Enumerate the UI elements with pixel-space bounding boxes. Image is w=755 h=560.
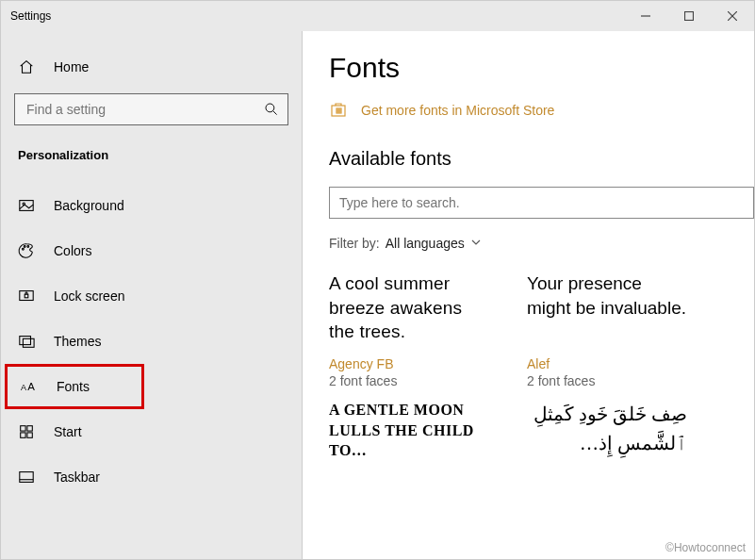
minimize-button[interactable] bbox=[624, 1, 667, 31]
svg-point-10 bbox=[27, 246, 29, 248]
font-name: Agency FB bbox=[329, 356, 489, 371]
close-button[interactable] bbox=[711, 1, 754, 31]
font-preview: A cool summer breeze awakens the trees. bbox=[329, 272, 489, 354]
maximize-button[interactable] bbox=[667, 1, 711, 31]
font-name: Alef bbox=[527, 356, 687, 371]
font-preview: صِف خَلقَ خَودِ كَمِثلِ ٱلشَّمسِ إِذ… bbox=[527, 400, 687, 483]
available-fonts-header: Available fonts bbox=[329, 148, 754, 170]
nav-home-label: Home bbox=[54, 59, 89, 74]
themes-icon bbox=[18, 333, 35, 350]
font-search[interactable] bbox=[329, 187, 754, 219]
sidebar-item-start[interactable]: Start bbox=[1, 409, 302, 454]
sidebar-item-label: Colors bbox=[54, 243, 91, 258]
filter-label: Filter by: bbox=[329, 236, 380, 251]
settings-search-input[interactable] bbox=[15, 102, 255, 117]
font-face-count: 2 font faces bbox=[527, 373, 687, 388]
svg-text:A: A bbox=[21, 383, 26, 392]
start-icon bbox=[18, 423, 35, 440]
sidebar-item-lock-screen[interactable]: Lock screen bbox=[1, 273, 302, 319]
fonts-icon: AA bbox=[21, 378, 38, 395]
sidebar: Home Personalization Background bbox=[1, 31, 303, 559]
category-header: Personalization bbox=[1, 135, 302, 172]
font-card-arabic[interactable]: صِف خَلقَ خَودِ كَمِثلِ ٱلشَّمسِ إِذ… bbox=[527, 400, 687, 483]
svg-point-9 bbox=[24, 246, 25, 248]
titlebar: Settings bbox=[1, 1, 754, 31]
font-preview: Your presence might be invaluable. bbox=[527, 272, 687, 354]
svg-rect-17 bbox=[21, 426, 25, 431]
sidebar-item-themes[interactable]: Themes bbox=[1, 319, 302, 364]
store-link[interactable]: Get more fonts in Microsoft Store bbox=[361, 103, 554, 118]
window-title: Settings bbox=[10, 9, 51, 23]
svg-rect-21 bbox=[20, 472, 33, 483]
svg-rect-25 bbox=[339, 108, 341, 110]
palette-icon bbox=[18, 242, 35, 259]
font-grid: A cool summer breeze awakens the trees. … bbox=[329, 272, 734, 483]
settings-search[interactable] bbox=[14, 93, 288, 125]
store-icon bbox=[329, 99, 348, 122]
sidebar-item-label: Fonts bbox=[57, 379, 90, 394]
main-panel: Fonts Get more fonts in Microsoft Store … bbox=[303, 31, 754, 559]
svg-point-4 bbox=[266, 104, 274, 112]
sidebar-item-label: Lock screen bbox=[54, 288, 124, 304]
svg-rect-13 bbox=[20, 337, 31, 345]
sidebar-item-label: Background bbox=[54, 198, 124, 213]
svg-rect-26 bbox=[336, 111, 338, 113]
svg-rect-18 bbox=[27, 426, 32, 431]
sidebar-item-background[interactable]: Background bbox=[1, 183, 302, 228]
svg-text:A: A bbox=[27, 381, 35, 392]
taskbar-icon bbox=[18, 469, 35, 486]
filter-dropdown[interactable]: Filter by: All languages bbox=[329, 236, 754, 251]
font-face-count: 2 font faces bbox=[329, 373, 489, 388]
sidebar-item-label: Taskbar bbox=[54, 469, 100, 485]
chevron-down-icon bbox=[470, 236, 482, 251]
search-icon[interactable] bbox=[255, 93, 287, 125]
svg-rect-14 bbox=[23, 338, 34, 347]
svg-point-8 bbox=[23, 248, 25, 250]
svg-rect-19 bbox=[21, 433, 25, 437]
filter-value: All languages bbox=[386, 236, 465, 251]
sidebar-item-taskbar[interactable]: Taskbar bbox=[1, 454, 302, 500]
home-icon bbox=[18, 58, 35, 75]
sidebar-item-fonts[interactable]: AA Fonts bbox=[5, 364, 144, 409]
svg-rect-1 bbox=[685, 12, 694, 21]
font-card-alef[interactable]: Your presence might be invaluable. Alef … bbox=[527, 272, 687, 388]
font-card-algerian[interactable]: A gentle moon lulls the child to… bbox=[329, 400, 489, 483]
page-title: Fonts bbox=[329, 52, 754, 84]
image-icon bbox=[18, 197, 35, 214]
font-preview: A gentle moon lulls the child to… bbox=[329, 400, 489, 483]
svg-line-5 bbox=[273, 111, 277, 115]
store-link-row[interactable]: Get more fonts in Microsoft Store bbox=[329, 99, 754, 122]
watermark: ©Howtoconnect bbox=[665, 541, 746, 554]
lock-screen-icon bbox=[18, 288, 35, 305]
font-search-input[interactable] bbox=[330, 195, 753, 210]
font-card-agency-fb[interactable]: A cool summer breeze awakens the trees. … bbox=[329, 272, 489, 388]
svg-rect-27 bbox=[339, 111, 341, 113]
sidebar-item-label: Start bbox=[54, 424, 82, 439]
nav-home[interactable]: Home bbox=[1, 46, 302, 88]
svg-rect-20 bbox=[27, 433, 32, 437]
svg-rect-12 bbox=[25, 294, 28, 298]
svg-rect-24 bbox=[336, 108, 338, 110]
sidebar-item-label: Themes bbox=[54, 334, 102, 349]
sidebar-item-colors[interactable]: Colors bbox=[1, 228, 302, 273]
